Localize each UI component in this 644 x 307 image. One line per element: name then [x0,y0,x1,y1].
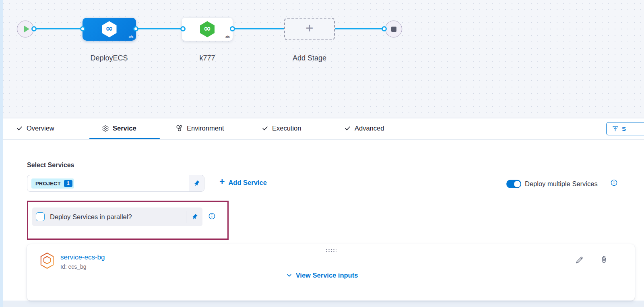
harness-logo-glyph: ∞ [204,24,211,33]
tab-execution[interactable]: Execution [262,118,301,138]
deploy-parallel-checkbox[interactable] [36,212,45,221]
edge-stage1-stage2 [136,28,183,29]
tab-overview[interactable]: Overview [16,118,54,138]
service-hexagon-icon [39,252,55,271]
stop-icon [391,27,396,32]
drag-handle-icon[interactable] [326,249,336,252]
plus-icon: + [305,21,313,35]
port-stage1-out [133,26,138,31]
pipeline-canvas: ∞ </> ∞ </> + DeployECS k777 Add Stage [0,0,644,118]
environment-icon [175,124,183,132]
info-icon [610,179,618,187]
deploy-parallel-info-icon[interactable] [208,212,216,222]
pencil-icon [575,255,584,264]
selected-service-chip[interactable]: PROJECT 1 [31,178,74,189]
pin-parallel-field-button[interactable] [186,214,202,220]
pin-service-field-button[interactable] [189,175,204,191]
delete-service-button[interactable] [600,255,608,265]
check-icon [16,125,23,132]
service-card: service-ecs-bg Id: ecs_bg View Service i… [27,244,635,301]
add-stage-label: Add Stage [293,54,326,62]
add-service-label: Add Service [228,179,266,187]
add-stage-button[interactable]: + [284,18,335,40]
chip-label: PROJECT [35,180,61,187]
tab-label: Service [113,124,136,132]
pipeline-end-node [385,21,402,37]
plus-icon: + [219,177,225,187]
service-id-text: Id: ecs_bg [60,263,87,270]
gear-icon [102,125,109,132]
pin-icon [193,180,200,187]
stage-node-deployecs[interactable]: ∞ </> [83,18,136,41]
publish-up-icon [612,125,619,132]
trash-icon [600,255,608,263]
left-edge-strip [0,0,3,307]
play-icon [24,25,29,33]
stage-node-k777[interactable]: ∞ </> [182,18,233,41]
deploy-parallel-field: Deploy Services in parallel? [32,207,202,226]
stage-label-deployecs: DeployECS [90,54,128,62]
save-button-label: S [622,125,626,132]
view-service-inputs-button[interactable]: View Service inputs [27,272,617,279]
check-icon [344,125,351,132]
pin-icon [191,214,198,220]
deploy-multiple-label: Deploy multiple Services [525,180,598,188]
stage-label-k777: k777 [199,54,215,62]
toggle-knob [514,181,520,187]
code-view-badge: </> [128,35,133,39]
chip-count-badge: 1 [64,180,72,187]
tab-label: Execution [272,124,301,132]
view-service-inputs-label: View Service inputs [296,272,358,279]
select-services-label: Select Services [27,162,74,169]
deploy-multiple-info-icon[interactable] [610,179,618,188]
active-tab-underline [89,138,160,139]
harness-deploy-icon-green: ∞ [200,21,215,37]
tab-label: Overview [27,124,54,132]
save-button[interactable]: S [606,122,644,135]
tab-label: Advanced [355,124,384,132]
code-view-badge: </> [225,35,230,39]
check-icon [262,125,268,132]
add-service-button[interactable]: + Add Service [219,178,267,187]
tab-environment[interactable]: Environment [175,118,224,138]
service-select-input[interactable]: PROJECT 1 [27,175,204,192]
tab-label: Environment [187,124,224,132]
harness-logo-glyph: ∞ [105,24,113,33]
harness-deploy-icon: ∞ [102,21,117,37]
service-tab-panel: Select Services PROJECT 1 + Add Service … [0,140,644,301]
tab-service[interactable]: Service [102,118,136,138]
deploy-multiple-toggle[interactable] [506,180,521,188]
port-end-in [382,26,387,31]
port-stage1-in [80,26,85,31]
service-name-link[interactable]: service-ecs-bg [60,253,105,261]
port-start-out [31,26,37,31]
stage-config-tabbar: Overview Service Environment Execution A… [0,118,644,139]
chevron-down-icon [286,272,292,278]
deploy-parallel-label: Deploy Services in parallel? [50,213,132,221]
port-stage2-out [230,26,235,31]
info-icon [208,212,216,220]
port-stage2-in [180,26,186,31]
tab-advanced[interactable]: Advanced [344,118,384,138]
edit-service-button[interactable] [575,255,584,266]
